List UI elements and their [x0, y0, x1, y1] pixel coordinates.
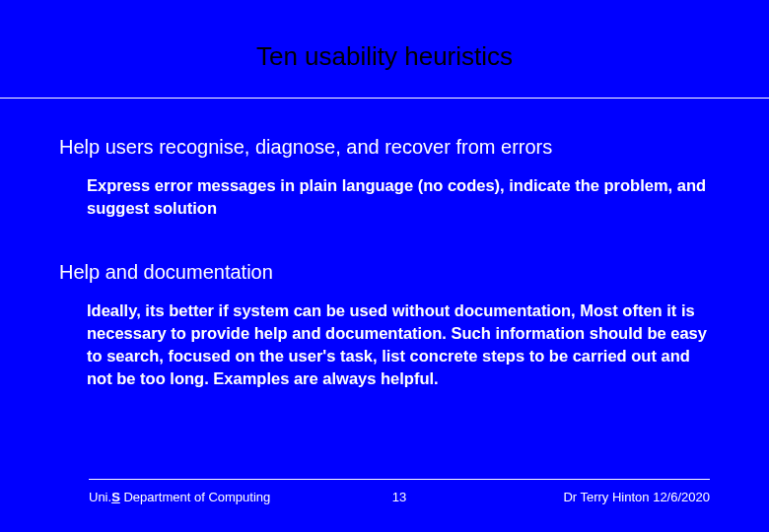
dept-label: Department of Computing [120, 490, 270, 504]
section-heading: Help and documentation [59, 261, 710, 284]
section-body: Ideally, its better if system can be use… [87, 299, 710, 390]
author-date: Dr Terry Hinton 12/6/2020 [503, 490, 710, 504]
footer-divider [89, 479, 710, 480]
footer: Uni.S Department of Computing 13 Dr Terr… [0, 479, 769, 532]
footer-affiliation: Uni.S Department of Computing [89, 490, 296, 504]
slide-title: Ten usability heuristics [0, 41, 769, 72]
uni-s: S [111, 490, 120, 504]
section-body: Express error messages in plain language… [87, 174, 710, 220]
page-number: 13 [296, 490, 503, 504]
footer-row: Uni.S Department of Computing 13 Dr Terr… [89, 490, 710, 504]
content-area: Help users recognise, diagnose, and reco… [0, 99, 769, 391]
uni-prefix: Uni. [89, 490, 111, 504]
title-area: Ten usability heuristics [0, 0, 769, 72]
section-heading: Help users recognise, diagnose, and reco… [59, 136, 710, 159]
